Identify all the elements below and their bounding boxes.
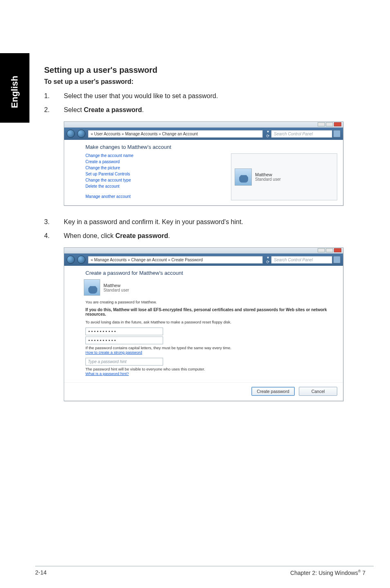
breadcrumb[interactable]: « Manage Accounts » Change an Account » … xyxy=(88,256,263,264)
spacer xyxy=(85,190,223,193)
account-name: Matthew xyxy=(103,283,129,288)
step-number: 4. xyxy=(44,231,64,241)
chapter-label-post: 7 xyxy=(361,570,365,576)
step-text-bold: Create password xyxy=(115,232,168,239)
warning-text: If you do this, Matthew will lose all EF… xyxy=(85,307,337,316)
search-input[interactable]: Search Control Panel xyxy=(271,256,332,264)
refresh-icon[interactable]: ▾ ⟳ xyxy=(265,255,270,264)
language-label: English xyxy=(9,76,20,108)
explorer-navbar: « Manage Accounts » Change an Account » … xyxy=(64,254,343,266)
step-list-1: 1. Select the user that you would like t… xyxy=(44,91,367,115)
step-number: 1. xyxy=(44,91,64,101)
link-parental-controls[interactable]: Set up Parental Controls xyxy=(85,172,130,176)
account-info: Matthew Standard user xyxy=(255,172,281,182)
search-input[interactable]: Search Control Panel xyxy=(271,130,332,138)
minimize-button[interactable] xyxy=(318,248,325,252)
close-button[interactable] xyxy=(334,122,341,126)
create-password-button[interactable]: Create password xyxy=(251,387,294,396)
step-text: Select the user that you would like to s… xyxy=(64,91,367,101)
link-manage-another[interactable]: Manage another account xyxy=(85,194,131,199)
dialog-create-password: « Manage Accounts » Change an Account » … xyxy=(64,247,343,401)
dialog-body: Make changes to Matthew's account Change… xyxy=(64,140,343,205)
avatar xyxy=(235,168,252,186)
section-subtitle: To set up a user's password: xyxy=(44,78,367,85)
section-title: Setting up a user's password xyxy=(44,65,367,75)
step-text: When done, click Create password. xyxy=(64,231,367,241)
cancel-button[interactable]: Cancel xyxy=(299,387,337,396)
account-card: Matthew Standard user xyxy=(231,153,337,200)
content: Setting up a user's password To set up a… xyxy=(44,65,367,413)
back-button[interactable] xyxy=(67,256,75,264)
link-change-picture[interactable]: Change the picture xyxy=(85,166,120,170)
dialog-heading: Create a password for Matthew's account xyxy=(85,270,337,276)
breadcrumb[interactable]: « User Accounts » Manage Accounts » Chan… xyxy=(88,130,263,138)
explorer-navbar: « User Accounts » Manage Accounts » Chan… xyxy=(64,128,343,140)
account-type: Standard user xyxy=(255,177,281,182)
lead-text: You are creating a password for Matthew. xyxy=(85,300,337,304)
window-controls xyxy=(318,248,341,252)
back-button[interactable] xyxy=(67,130,75,138)
step-number: 2. xyxy=(44,105,64,115)
step-text-bold: Create a password xyxy=(84,106,142,113)
strong-password-link[interactable]: How to create a strong password xyxy=(85,350,142,355)
caps-note: If the password contains capital letters… xyxy=(85,346,337,350)
account-name: Matthew xyxy=(255,172,281,177)
step-list-2: 3. Key in a password and confirm it. Key… xyxy=(44,217,367,241)
step-text-pre: Select xyxy=(64,106,84,113)
button-row: Create password Cancel xyxy=(64,382,343,401)
user-block: Matthew Standard user xyxy=(84,279,337,296)
step-item: 3. Key in a password and confirm it. Key… xyxy=(44,217,367,227)
search-wrap: ▾ ⟳ Search Control Panel xyxy=(265,129,341,138)
step-text: Select Create a password. xyxy=(64,105,367,115)
link-list: Change the account name Create a passwor… xyxy=(85,153,223,199)
step-item: 1. Select the user that you would like t… xyxy=(44,91,367,101)
window-titlebar xyxy=(64,248,343,254)
step-text-post: . xyxy=(142,106,143,113)
page: English Setting up a user's password To … xyxy=(0,0,390,588)
maximize-button[interactable] xyxy=(326,248,333,252)
link-change-type[interactable]: Change the account type xyxy=(85,178,131,182)
dialog-change-account: « User Accounts » Manage Accounts » Chan… xyxy=(64,121,343,206)
forward-button[interactable] xyxy=(77,130,85,138)
refresh-icon[interactable]: ▾ ⟳ xyxy=(265,129,270,138)
close-button[interactable] xyxy=(334,248,341,252)
link-change-name[interactable]: Change the account name xyxy=(85,153,133,158)
window-controls xyxy=(318,122,341,126)
link-delete-account[interactable]: Delete the account xyxy=(85,184,119,189)
hint-note: The password hint will be visible to eve… xyxy=(85,367,337,371)
dialog-heading: Make changes to Matthew's account xyxy=(85,144,337,150)
account-links: Change the account name Create a passwor… xyxy=(85,153,223,200)
avatar xyxy=(84,279,100,296)
chapter-label-pre: Chapter 2: Using Windows xyxy=(290,570,358,576)
search-wrap: ▾ ⟳ Search Control Panel xyxy=(265,255,341,264)
step-number: 3. xyxy=(44,217,64,227)
language-tab: English xyxy=(0,53,29,123)
confirm-password-field[interactable]: •••••••••• xyxy=(85,337,163,344)
step-item: 2. Select Create a password. xyxy=(44,105,367,115)
minimize-button[interactable] xyxy=(318,122,325,126)
account-info: Matthew Standard user xyxy=(103,283,129,292)
search-button[interactable] xyxy=(333,130,341,137)
step-item: 4. When done, click Create password. xyxy=(44,231,367,241)
hint-help-link[interactable]: What is a password hint? xyxy=(85,371,129,376)
step-text-post: . xyxy=(168,232,170,239)
page-number: 2-14 xyxy=(35,569,47,576)
footer-divider xyxy=(35,566,374,566)
forward-button[interactable] xyxy=(77,256,85,264)
step-text: Key in a password and confirm it. Key in… xyxy=(64,217,367,227)
dialog-body: Create a password for Matthew's account … xyxy=(64,266,343,382)
window-titlebar xyxy=(64,122,343,128)
account-type: Standard user xyxy=(103,288,129,292)
chapter-label: Chapter 2: Using Windows® 7 xyxy=(290,569,365,576)
search-button[interactable] xyxy=(333,256,341,263)
advice-text: To avoid losing data in the future, ask … xyxy=(85,320,337,324)
account-row: Change the account name Create a passwor… xyxy=(85,153,337,200)
maximize-button[interactable] xyxy=(326,122,333,126)
step-text-pre: When done, click xyxy=(64,232,115,239)
hint-field[interactable]: Type a password hint xyxy=(85,358,163,366)
link-create-password[interactable]: Create a password xyxy=(85,159,120,164)
password-field[interactable]: •••••••••• xyxy=(85,328,163,335)
